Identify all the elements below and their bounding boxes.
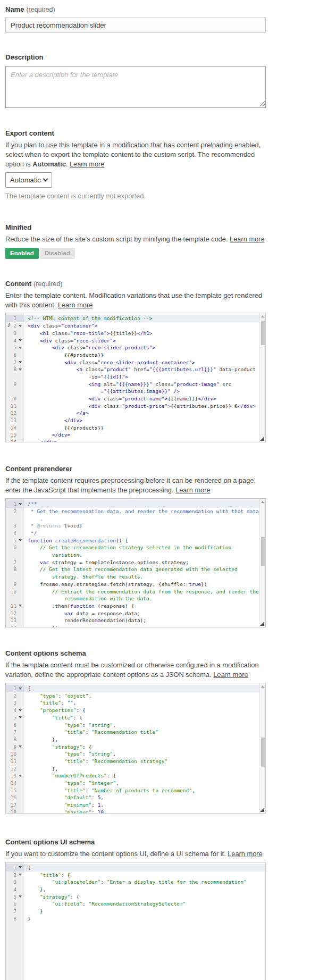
code-line: 16 "default": 5, [6, 794, 265, 801]
code-text: "title": "", [24, 699, 77, 707]
fold-arrow-icon[interactable] [16, 500, 24, 508]
fold-arrow-icon[interactable] [16, 743, 24, 751]
code-line: 12 var data = response.data; [6, 610, 265, 617]
line-number: 5 [6, 893, 16, 901]
code-text: "type": "integer", [24, 780, 119, 787]
code-text: "properties": { [24, 707, 86, 714]
gutter-cell: 3 [6, 330, 24, 337]
minified-toggle: Enabled Disabled [5, 248, 266, 259]
export-content-description: If you plan to use this template in a mo… [5, 140, 266, 169]
fold-arrow-icon[interactable] [16, 714, 24, 722]
ui-schema-code-editor[interactable]: 1{2 "title": {3 "ui:placeholder": "Enter… [5, 862, 266, 980]
prerenderer-code-editor[interactable]: 1/**2 * Get the recommendation data, and… [5, 498, 266, 627]
scroll-up-icon[interactable] [261, 315, 264, 317]
line-number [6, 551, 16, 559]
gutter-cell: 12 [6, 409, 24, 417]
content-code-editor[interactable]: 1<!-- HTML content of the modification -… [5, 313, 266, 442]
code-text: }, [24, 736, 58, 743]
line-number: 4 [6, 530, 16, 537]
code-text: "title": "Recommendation title" [24, 728, 158, 736]
code-line: 15 "title": "Number of products to recom… [6, 787, 265, 794]
learn-more-link[interactable]: Learn more [213, 671, 248, 679]
scrollbar-thumb[interactable] [261, 537, 265, 566]
code-line: 6 "type": "string", [6, 722, 265, 729]
code-line: 14 }) [6, 624, 265, 627]
gutter-cell: 11 [6, 403, 24, 410]
scroll-up-icon[interactable] [261, 685, 264, 688]
resize-grip-icon[interactable] [259, 100, 265, 106]
disabled-button[interactable]: Disabled [40, 248, 75, 259]
fold-arrow-icon[interactable] [16, 537, 24, 545]
learn-more-link[interactable]: Learn more [230, 235, 264, 243]
code-text: // Extract the recommendation data from … [24, 588, 259, 596]
line-number: 15 [6, 787, 16, 794]
code-text: function createRecommendation() { [24, 537, 128, 545]
fold-arrow-icon[interactable] [16, 366, 24, 373]
gutter-cell: 4 [6, 530, 24, 537]
gutter-cell: 9 [6, 743, 24, 751]
resize-grip-icon[interactable] [260, 437, 264, 441]
gutter-cell: 7 [6, 359, 24, 366]
line-number: 7 [6, 728, 16, 736]
gutter-cell: i2 [6, 322, 24, 330]
learn-more-link[interactable]: Learn more [175, 486, 210, 494]
fold-arrow-icon[interactable] [16, 872, 24, 879]
code-line: 11 .then(function (response) { [6, 602, 265, 610]
fold-arrow-icon[interactable] [16, 893, 24, 901]
vertical-scrollbar[interactable] [259, 313, 265, 442]
resize-grip-icon[interactable] [260, 622, 264, 626]
line-number: 7 [6, 908, 16, 915]
fold-arrow-icon[interactable] [16, 864, 24, 872]
line-number: 10 [6, 395, 16, 403]
line-number: 10 [6, 588, 16, 596]
learn-more-link[interactable]: Learn more [70, 160, 104, 168]
fold-arrow-icon[interactable] [16, 344, 24, 351]
name-input[interactable] [5, 18, 266, 32]
line-number: 3 [6, 699, 16, 707]
minified-description: Reduce the size of the site's custom scr… [5, 234, 266, 244]
resize-grip-icon[interactable] [260, 808, 264, 812]
line-number: 11 [6, 758, 16, 765]
fold-arrow-icon[interactable] [16, 685, 24, 692]
learn-more-link[interactable]: Learn more [58, 301, 93, 309]
gutter-cell: 8 [6, 915, 24, 923]
line-number: 9 [6, 381, 16, 388]
options-schema-code-editor[interactable]: 1{2 "type": "object",3 "title": "",4 "pr… [5, 683, 266, 814]
code-line: 5 "strategy": { [6, 893, 265, 901]
line-number: 6 [6, 900, 16, 908]
code-line: 4 <div class="reco-slider"> [6, 337, 265, 345]
code-text: <a class="product" href="{{{attributes.u… [24, 366, 256, 373]
code-text: <img alt="{{{name}}}" class="product-ima… [24, 381, 231, 388]
code-line: 10 <div class="product-name">{{{name}}}<… [6, 395, 265, 403]
code-text: <div class="reco-slider-product-containe… [24, 359, 195, 366]
fold-arrow-icon[interactable] [16, 602, 24, 610]
code-line: 7 } [6, 908, 265, 915]
learn-more-link[interactable]: Learn more [228, 850, 262, 858]
code-text: -id="{{id}}"> [24, 373, 128, 381]
fold-arrow-icon[interactable] [16, 337, 24, 345]
code-text: }) [24, 624, 58, 627]
scrollbar-thumb[interactable] [261, 738, 265, 767]
description-textarea[interactable] [5, 66, 266, 108]
fold-arrow-icon[interactable] [16, 322, 24, 330]
code-line: 8 }, [6, 736, 265, 743]
code-line: 5function createRecommendation() { [6, 537, 265, 545]
export-content-select[interactable]: Automatic [5, 172, 52, 188]
line-number: 5 [6, 537, 16, 545]
line-number: 14 [6, 424, 16, 432]
code-text: "strategy": { [24, 893, 79, 901]
vertical-scrollbar[interactable] [259, 683, 265, 813]
code-text: // Get the latest recommendation data ge… [24, 566, 238, 573]
gutter-cell: 16 [6, 794, 24, 801]
code-text: .then(function (response) { [24, 602, 134, 610]
enabled-button[interactable]: Enabled [5, 248, 39, 259]
scrollbar-thumb[interactable] [261, 321, 265, 345]
fold-arrow-icon[interactable] [16, 707, 24, 714]
required-suffix: (required) [26, 6, 55, 13]
vertical-scrollbar[interactable] [259, 499, 265, 627]
code-line: 9 frosmo.easy.strategies.fetch(strategy,… [6, 581, 265, 588]
code-line: recommendation with the data. [6, 595, 265, 602]
scroll-up-icon[interactable] [261, 501, 264, 503]
fold-arrow-icon[interactable] [16, 359, 24, 366]
fold-arrow-icon[interactable] [16, 772, 24, 780]
